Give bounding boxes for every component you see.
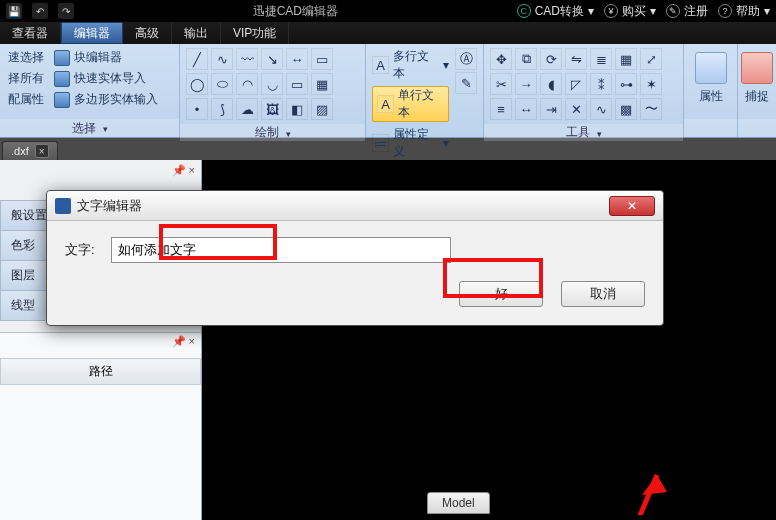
polyline-icon[interactable]: ∿ [211,48,233,70]
arc3p-icon[interactable]: ⟆ [211,98,233,120]
polygon-entity-input-item[interactable]: 多边形实体输入 [52,90,160,109]
array-icon[interactable]: ▦ [615,48,637,70]
ray-icon[interactable]: ↘ [261,48,283,70]
buy-link[interactable]: ¥购买▾ [604,3,656,20]
dialog-title: 文字编辑器 [77,197,142,215]
ellipse-icon[interactable]: ⬭ [211,73,233,95]
qat-redo-icon[interactable]: ↷ [58,3,74,19]
revision-cloud-icon[interactable]: ☁ [236,98,258,120]
wipeout-icon[interactable]: ▨ [311,98,333,120]
register-link[interactable]: ✎注册 [666,3,708,20]
qat-undo-icon[interactable]: ↶ [32,3,48,19]
block-icon [54,50,70,66]
osnap-button[interactable]: 捕捉 [731,48,776,109]
properties-button[interactable]: 属性 [685,48,737,109]
group-label-select: 选择 [72,120,96,137]
point-icon[interactable]: • [186,98,208,120]
tab-editor[interactable]: 编辑器 [61,22,123,44]
group-label-tools: 工具 [566,124,590,141]
explode-icon[interactable]: ✶ [640,73,662,95]
hatch-icon[interactable]: ▦ [311,73,333,95]
copy-icon[interactable]: ⧉ [515,48,537,70]
extend-icon[interactable]: → [515,73,537,95]
tab-output[interactable]: 输出 [172,22,221,44]
horizontal-scrollbar[interactable] [202,515,776,520]
osnap-icon [741,52,773,84]
offset-icon[interactable]: ≣ [590,48,612,70]
help-link[interactable]: ?帮助▾ [718,3,770,20]
close-tab-icon[interactable]: × [35,144,49,158]
pin-icon[interactable]: 📌 × [172,164,195,177]
menu-tabs: 查看器 编辑器 高级 输出 VIP功能 [0,22,776,44]
tools-grid: ✥ ⧉ ⟳ ⇋ ≣ ▦ ⤢ ✂ → ◖ ◸ ⁑ ⊶ ✶ ≡ ↔ ⇥ ✕ ∿ ▩ [490,48,662,120]
properties-icon [695,52,727,84]
document-tab[interactable]: .dxf × [2,141,58,160]
ok-button[interactable]: 好 [459,281,543,307]
tab-viewer[interactable]: 查看器 [0,22,61,44]
ribbon: 速选择 择所有 配属性 块编辑器 快速实体导入 多边形实体输入 选择 ╱ ∿ 〰… [0,44,776,138]
mirror-icon[interactable]: ⇋ [565,48,587,70]
text-input[interactable] [111,237,451,263]
edit-polyline-icon[interactable]: ∿ [590,98,612,120]
edit-hatch-icon[interactable]: ▩ [615,98,637,120]
xline-icon[interactable]: ↔ [286,48,308,70]
side-panel-body: 📌 × 路径 [0,332,201,520]
mtext-icon: A [372,56,389,74]
group-label-draw: 绘制 [255,124,279,141]
region-icon[interactable]: ◧ [286,98,308,120]
rotate-icon[interactable]: ⟳ [540,48,562,70]
line-icon[interactable]: ╱ [186,48,208,70]
erase-icon[interactable]: ✕ [565,98,587,120]
tab-advanced[interactable]: 高级 [123,22,172,44]
text-tool-b-icon[interactable]: ✎ [455,72,477,94]
mtext-item[interactable]: A多行文本▾ [372,48,449,82]
path-column-header[interactable]: 路径 [0,358,201,385]
break-icon[interactable]: ⁑ [590,73,612,95]
spline-icon[interactable]: 〰 [236,48,258,70]
scale-icon[interactable]: ⤢ [640,48,662,70]
dialog-close-button[interactable]: ✕ [609,196,655,216]
model-tab[interactable]: Model [427,492,490,514]
stretch-icon[interactable]: ↔ [515,98,537,120]
app-title: 迅捷CAD编辑器 [84,3,507,20]
arc-icon[interactable]: ◠ [236,73,258,95]
edit-spline-icon[interactable]: 〜 [640,98,662,120]
polygon-icon [54,92,70,108]
annotation-arrow [572,460,692,520]
chamfer-icon[interactable]: ◸ [565,73,587,95]
text-tool-a-icon[interactable]: Ⓐ [455,48,477,70]
fillet-icon[interactable]: ◖ [540,73,562,95]
stext-icon: A [377,95,394,113]
draw-tools-grid: ╱ ∿ 〰 ↘ ↔ ▭ ◯ ⬭ ◠ ◡ ▭ ▦ • ⟆ ☁ 🖼 ◧ ▨ [186,48,333,120]
text-editor-dialog: 文字编辑器 ✕ 文字: 好 取消 [46,190,664,326]
rectangle-icon[interactable]: ▭ [286,73,308,95]
cad-convert-link[interactable]: CCAD转换▾ [517,3,594,20]
properties-item[interactable]: 配属性 [6,90,46,109]
text-field-label: 文字: [65,241,95,259]
align-icon[interactable]: ≡ [490,98,512,120]
attrdef-item[interactable]: ≔属性定义▾ [372,126,449,160]
tab-vip[interactable]: VIP功能 [221,22,289,44]
document-tab-label: .dxf [11,145,29,157]
trim-icon[interactable]: ✂ [490,73,512,95]
cancel-button[interactable]: 取消 [561,281,645,307]
dialog-icon [55,198,71,214]
qat-save-icon[interactable]: 💾 [6,3,22,19]
ellipse-arc-icon[interactable]: ◡ [261,73,283,95]
quick-select-item[interactable]: 速选择 [6,48,46,67]
select-all-item[interactable]: 择所有 [6,69,46,88]
insert-block-icon[interactable]: ▭ [311,48,333,70]
block-editor-item[interactable]: 块编辑器 [52,48,160,67]
attrdef-icon: ≔ [372,134,389,152]
stext-item[interactable]: A单行文本 [372,86,449,122]
lengthen-icon[interactable]: ⇥ [540,98,562,120]
move-icon[interactable]: ✥ [490,48,512,70]
join-icon[interactable]: ⊶ [615,73,637,95]
import-icon [54,71,70,87]
dialog-titlebar[interactable]: 文字编辑器 ✕ [47,191,663,221]
svg-line-0 [592,475,657,520]
quick-entity-import-item[interactable]: 快速实体导入 [52,69,160,88]
pin2-icon[interactable]: 📌 × [172,335,195,348]
image-icon[interactable]: 🖼 [261,98,283,120]
circle-icon[interactable]: ◯ [186,73,208,95]
